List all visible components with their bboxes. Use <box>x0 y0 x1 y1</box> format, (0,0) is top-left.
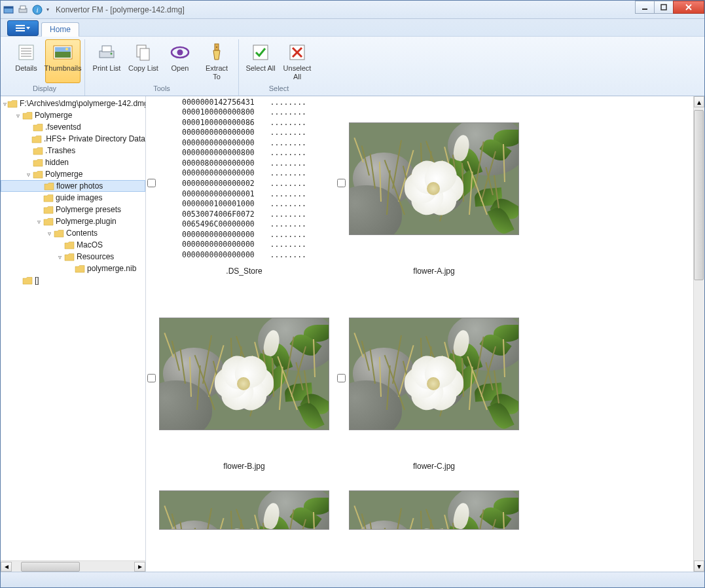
app-window: i ▾ Konvertor FM - [polymerge-142.dmg] H… <box>0 0 705 588</box>
thumbnails-button[interactable]: Thumbnails <box>45 39 81 83</box>
file-item[interactable]: flower-A.jpg <box>342 100 526 276</box>
file-item[interactable] <box>153 490 336 530</box>
tree-row[interactable]: polymerge.nib <box>1 263 145 274</box>
folder-tree[interactable]: ▿F:\Archives\dmg\polymerge-142.dmg▿Polym… <box>1 96 145 560</box>
ribbon-group-display: Details Thumbnails Display <box>5 39 85 96</box>
svg-rect-7 <box>661 5 666 10</box>
svg-rect-17 <box>55 47 71 52</box>
tree-pane: ▿F:\Archives\dmg\polymerge-142.dmg▿Polym… <box>1 96 146 572</box>
scroll-thumb[interactable] <box>694 110 704 280</box>
svg-rect-10 <box>19 45 33 60</box>
ribbon: Home Details Thumbnails Display <box>1 19 704 96</box>
svg-rect-16 <box>55 51 71 58</box>
image-thumbnail <box>159 318 329 430</box>
file-label: flower-A.jpg <box>413 266 454 276</box>
tree-row[interactable]: ▿Polymerge.plugin <box>1 215 145 227</box>
file-item[interactable]: flower-B.jpg <box>153 295 336 471</box>
svg-rect-23 <box>140 48 149 60</box>
svg-rect-3 <box>20 6 26 9</box>
scroll-right-icon[interactable]: ▸ <box>134 562 145 572</box>
details-icon <box>16 42 37 63</box>
svg-text:i: i <box>36 6 38 14</box>
svg-point-21 <box>111 53 113 55</box>
file-label: flower-B.jpg <box>223 462 264 471</box>
copy-icon <box>133 42 154 63</box>
file-item[interactable]: flower-C.jpg <box>342 295 526 471</box>
tree-row[interactable]: .HFS+ Private Directory Data <box>1 133 145 145</box>
svg-rect-1 <box>4 7 13 9</box>
scroll-left-icon[interactable]: ◂ <box>1 562 12 572</box>
qat-help-icon[interactable]: i <box>32 5 43 15</box>
tab-home[interactable]: Home <box>41 22 79 37</box>
details-button[interactable]: Details <box>9 39 44 83</box>
tree-row[interactable]: .Trashes <box>1 145 145 156</box>
file-label: flower-C.jpg <box>413 462 455 471</box>
file-checkbox[interactable] <box>337 179 346 187</box>
app-icon <box>3 5 14 15</box>
statusbar <box>1 572 704 587</box>
check-icon <box>250 42 271 63</box>
tree-row[interactable]: guide images <box>1 192 145 204</box>
content-vertical-scrollbar[interactable]: ▴ ▾ <box>693 96 704 572</box>
extract-icon <box>206 42 227 63</box>
svg-rect-20 <box>102 46 111 52</box>
svg-point-27 <box>216 46 217 48</box>
svg-point-25 <box>177 50 183 56</box>
file-checkbox[interactable] <box>147 374 156 382</box>
qat-print-icon[interactable] <box>18 5 28 15</box>
select-all-button[interactable]: Select All <box>243 39 278 83</box>
window-title: Konvertor FM - [polymerge-142.dmg] <box>56 5 185 14</box>
hex-preview: 0000000142756431........0000100000000800… <box>182 98 306 260</box>
image-thumbnail <box>349 122 519 235</box>
scroll-down-icon[interactable]: ▾ <box>694 560 704 572</box>
image-thumbnail <box>349 490 519 530</box>
open-button[interactable]: Open <box>162 39 198 83</box>
image-thumbnail <box>159 490 329 530</box>
tree-row[interactable]: hidden <box>1 156 145 168</box>
image-thumbnail <box>349 318 519 430</box>
close-button[interactable] <box>673 1 704 14</box>
minimize-button[interactable] <box>635 1 655 14</box>
tree-row[interactable]: ▿Contents <box>1 227 145 239</box>
tree-row[interactable]: ▿Polymerge <box>1 168 145 180</box>
print-list-button[interactable]: Print List <box>89 39 124 83</box>
copy-list-button[interactable]: Copy List <box>126 39 161 83</box>
qat-dropdown-icon[interactable]: ▾ <box>46 7 49 12</box>
extract-to-button[interactable]: Extract To <box>199 39 234 83</box>
unselect-all-button[interactable]: Unselect All <box>280 39 315 83</box>
svg-point-18 <box>65 48 68 50</box>
file-item[interactable]: 0000000142756431........0000100000000800… <box>153 100 336 276</box>
tree-row[interactable]: flower photos <box>1 180 145 192</box>
titlebar[interactable]: i ▾ Konvertor FM - [polymerge-142.dmg] <box>1 1 704 19</box>
file-checkbox[interactable] <box>337 374 346 382</box>
svg-rect-28 <box>253 45 268 60</box>
tree-row[interactable]: ▿F:\Archives\dmg\polymerge-142.dmg <box>1 98 145 109</box>
scroll-thumb[interactable] <box>21 562 80 572</box>
ribbon-group-select: Select All Unselect All Select <box>239 39 319 96</box>
tree-row[interactable]: ▿Resources <box>1 251 145 263</box>
thumbnails-icon <box>52 42 73 63</box>
tree-row[interactable]: .fseventsd <box>1 121 145 133</box>
scroll-up-icon[interactable]: ▴ <box>694 96 704 107</box>
tree-row[interactable]: Polymerge presets <box>1 204 145 215</box>
content-pane: 0000000142756431........0000100000000800… <box>146 96 704 572</box>
eye-icon <box>170 42 190 63</box>
maximize-button[interactable] <box>654 1 674 14</box>
file-item[interactable] <box>342 490 526 530</box>
main-area: ▿F:\Archives\dmg\polymerge-142.dmg▿Polym… <box>1 96 704 572</box>
file-label: .DS_Store <box>226 266 262 276</box>
tree-row[interactable]: MacOS <box>1 239 145 251</box>
file-menu-button[interactable] <box>7 20 39 36</box>
file-checkbox[interactable] <box>147 179 156 187</box>
ribbon-group-tools: Print List Copy List Open Extract To <box>85 39 239 96</box>
tree-row[interactable]: [] <box>1 274 145 286</box>
tree-horizontal-scrollbar[interactable]: ◂ ▸ <box>1 560 145 572</box>
uncheck-icon <box>287 42 308 63</box>
printer-icon <box>96 42 117 63</box>
thumbnail-area[interactable]: 0000000142756431........0000100000000800… <box>146 96 693 572</box>
tree-row[interactable]: ▿Polymerge <box>1 109 145 121</box>
